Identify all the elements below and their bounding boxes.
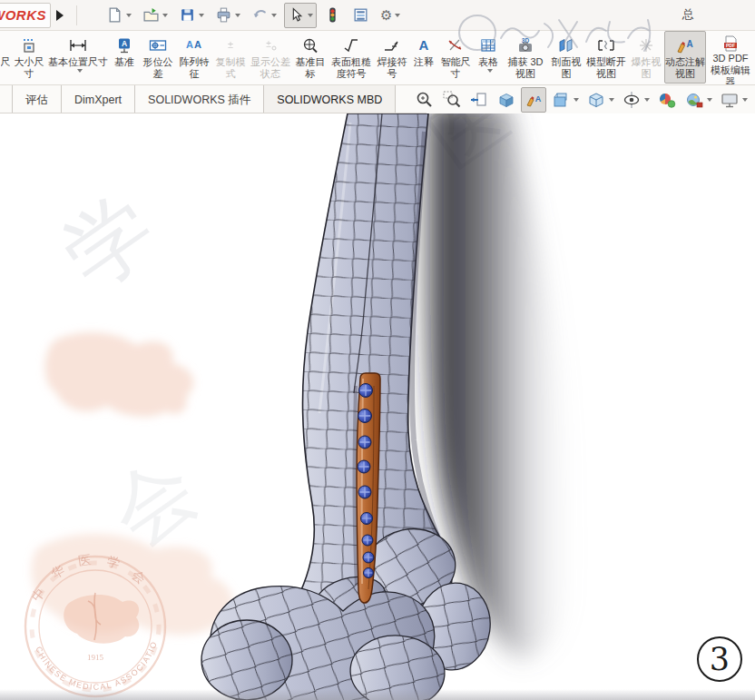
new-document-icon	[106, 6, 123, 24]
open-button[interactable]	[139, 3, 172, 28]
svg-text:A: A	[535, 94, 542, 104]
display-manager-button[interactable]	[348, 3, 373, 28]
quick-access-toolbar: WORKS	[0, 0, 755, 31]
zoom-area-icon	[442, 90, 462, 110]
undo-icon	[251, 6, 269, 24]
document-title: 总	[682, 6, 694, 23]
figure-number-badge: 3	[697, 636, 742, 682]
section-view-button[interactable]	[494, 87, 519, 113]
appearance-button[interactable]	[320, 3, 345, 28]
svg-text:±: ±	[266, 39, 271, 49]
ribbon-button-note[interactable]: A 注释	[410, 31, 437, 84]
ribbon-button-copy-scheme: ± 复制模式	[212, 31, 249, 84]
section-view-icon	[496, 90, 516, 110]
save-button[interactable]	[175, 3, 208, 28]
svg-text:A: A	[186, 39, 193, 50]
tab-evaluate[interactable]: 评估	[12, 85, 62, 114]
tab-solidworks-addins[interactable]: SOLIDWORKS 插件	[135, 85, 264, 114]
capture-3d-view-icon: 3D	[515, 35, 536, 56]
hide-show-items-icon	[622, 90, 642, 110]
show-tolerance-status-icon: ±	[261, 35, 279, 56]
save-icon	[179, 6, 196, 24]
previous-view-button[interactable]	[466, 87, 492, 113]
edit-appearance-icon	[657, 90, 677, 110]
ribbon-button-section-view[interactable]: 剖面视图	[548, 31, 584, 84]
datum-icon: A	[115, 35, 133, 56]
ribbon-button-dynamic-annotation-views[interactable]: A 动态注解视图	[664, 31, 706, 84]
table-icon	[479, 35, 497, 56]
graphics-viewport[interactable]: 学 医 会 1915 CHINESE MEDICAL ASSOCIATION 中…	[0, 113, 755, 700]
svg-text:医: 医	[77, 552, 92, 568]
ribbon-button-geometric-tolerance[interactable]: 形位公差	[140, 31, 176, 84]
dynamic-annotation-icon: A	[524, 90, 544, 110]
ribbon-button-clipped[interactable]: 尺	[0, 31, 11, 84]
tab-dimxpert[interactable]: DimXpert	[62, 85, 135, 114]
ribbon-button-show-tolerance-status: ± 显示公差状态	[249, 31, 292, 84]
appearance-traffic-light-icon	[324, 6, 341, 24]
ribbon-button-weld-symbol[interactable]: 焊接符号	[374, 31, 410, 84]
undo-button[interactable]	[248, 3, 280, 28]
note-icon: A	[415, 35, 433, 56]
bottom-edge-shading	[0, 689, 755, 700]
new-document-button[interactable]	[103, 3, 135, 28]
exploded-view-icon	[637, 35, 655, 56]
solidworks-logo: WORKS	[0, 3, 51, 28]
svg-text:PDF: PDF	[726, 43, 735, 48]
figure-number: 3	[710, 641, 730, 677]
zoom-area-button[interactable]	[439, 87, 465, 113]
open-icon	[142, 6, 160, 24]
surface-finish-symbol-icon	[341, 35, 361, 56]
print-button[interactable]	[211, 3, 244, 28]
display-style-button[interactable]	[583, 87, 617, 113]
options-gear-icon: ⚙	[380, 6, 392, 24]
ribbon-button-surface-finish[interactable]: 表面粗糙度符号	[328, 31, 374, 84]
weld-symbol-icon	[382, 35, 402, 56]
section-view-icon	[556, 35, 576, 56]
previous-view-icon	[469, 90, 489, 110]
model-break-view-icon	[595, 35, 617, 56]
heads-up-view-toolbar: A	[411, 87, 751, 113]
ribbon-button-model-break-view[interactable]: 模型断开视图	[584, 31, 628, 84]
pattern-feature-icon: A A	[184, 35, 204, 56]
dropdown-caret-icon[interactable]	[77, 69, 83, 73]
ribbon-button-pattern-feature[interactable]: A A 阵列特征	[176, 31, 212, 84]
ribbon-button-basic-location-dimension[interactable]: 基本位置尺寸	[47, 31, 109, 84]
edit-appearance-button[interactable]	[654, 87, 680, 113]
hide-show-items-button[interactable]	[619, 87, 652, 113]
svg-text:±: ±	[228, 39, 233, 50]
view-orientation-button[interactable]	[548, 87, 582, 113]
solidworks-logo-text: WORKS	[0, 7, 46, 23]
basic-location-dimension-icon	[67, 35, 89, 56]
ribbon-button-3d-pdf-template-editor[interactable]: PDF 3D PDF 模板编辑器	[706, 31, 755, 84]
tab-solidworks-mbd[interactable]: SOLIDWORKS MBD	[264, 85, 396, 114]
ribbon-button-size-dimension[interactable]: 大小尺寸	[11, 31, 47, 84]
ribbon-button-exploded-view: 爆炸视图	[628, 31, 664, 84]
model-canvas: 学 医 会 1915 CHINESE MEDICAL ASSOCIATION 中…	[0, 113, 755, 700]
ribbon-button-smart-dimension[interactable]: 智能尺寸	[437, 31, 474, 84]
select-button[interactable]	[284, 3, 317, 28]
ribbon-button-capture-3d-view[interactable]: 3D 捕获 3D 视图	[503, 31, 548, 84]
ribbon-button-table[interactable]: 表格	[474, 31, 503, 84]
copy-scheme-icon: ±	[221, 35, 240, 56]
dynamic-annotation-views-icon: A	[674, 35, 696, 56]
pdf-template-editor-icon: PDF	[721, 35, 740, 53]
apply-scene-button[interactable]	[681, 87, 715, 113]
toolbar-flyout-icon[interactable]	[56, 10, 64, 21]
size-dimension-icon	[20, 35, 38, 56]
zoom-fit-button[interactable]	[412, 87, 437, 113]
watermark-character: 学	[46, 177, 172, 305]
view-orientation-icon	[551, 90, 571, 110]
dynamic-annotation-button[interactable]: A	[521, 87, 546, 113]
display-style-icon	[586, 90, 606, 110]
svg-text:A: A	[686, 39, 692, 49]
svg-text:A: A	[122, 39, 127, 48]
zoom-fit-icon	[415, 90, 435, 110]
ribbon-button-datum[interactable]: A 基准	[109, 31, 140, 84]
print-icon	[215, 6, 232, 24]
view-settings-button[interactable]	[717, 87, 750, 113]
options-button[interactable]: ⚙	[377, 3, 404, 28]
command-manager-ribbon: 尺 大小尺寸 基本位置尺寸 A	[0, 31, 755, 84]
dropdown-caret-icon[interactable]	[487, 69, 493, 73]
cma-year: 1915	[87, 653, 104, 662]
ribbon-button-datum-target[interactable]: 基准目标	[292, 31, 328, 84]
